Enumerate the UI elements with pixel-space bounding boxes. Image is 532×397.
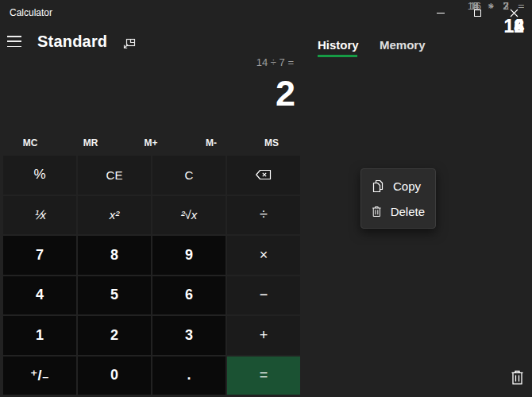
history-expression: 5 + 3 =	[473, 0, 524, 12]
tab-history[interactable]: History	[318, 38, 359, 52]
display-expression: 14 ÷ 7 =	[256, 56, 294, 68]
percent-button[interactable]: %	[3, 156, 76, 195]
copy-icon	[372, 179, 384, 193]
trash-icon	[511, 370, 524, 385]
digit-0-button[interactable]: 0	[78, 357, 151, 395]
digit-3-button[interactable]: 3	[152, 316, 226, 355]
multiply-button[interactable]: ×	[227, 236, 300, 275]
memory-bar: MC MR M+ M- MS	[0, 133, 302, 153]
hamburger-icon	[7, 36, 21, 37]
digit-1-button[interactable]: 1	[3, 316, 76, 355]
minimize-icon	[437, 13, 445, 13]
divide-button[interactable]: ÷	[227, 196, 300, 235]
history-result: 8	[473, 16, 524, 37]
memory-clear-button[interactable]: MC	[0, 133, 60, 153]
memory-add-button[interactable]: M+	[121, 133, 181, 153]
memory-recall-button[interactable]: MR	[60, 133, 121, 153]
digit-6-button[interactable]: 6	[152, 276, 226, 315]
context-menu: Copy Delete	[360, 168, 436, 229]
keep-on-top-button[interactable]	[121, 36, 136, 50]
clear-button[interactable]: C	[152, 156, 226, 195]
reciprocal-button[interactable]: ⅟x	[3, 196, 76, 235]
minimize-button[interactable]	[422, 0, 459, 25]
menu-button[interactable]	[7, 36, 21, 47]
digit-4-button[interactable]: 4	[3, 276, 76, 315]
display-result: 2	[276, 74, 295, 114]
digit-9-button[interactable]: 9	[152, 236, 226, 275]
digit-8-button[interactable]: 8	[78, 236, 151, 275]
digit-7-button[interactable]: 7	[3, 236, 76, 275]
clear-history-button[interactable]	[509, 368, 525, 386]
context-menu-delete[interactable]: Delete	[361, 198, 435, 224]
digit-2-button[interactable]: 2	[78, 316, 151, 355]
backspace-button[interactable]	[227, 156, 300, 195]
equals-button[interactable]: =	[227, 357, 300, 395]
titlebar: Calculator	[0, 0, 532, 25]
delete-icon	[372, 205, 382, 218]
context-menu-copy[interactable]: Copy	[361, 173, 435, 198]
mode-title: Standard	[37, 33, 107, 51]
memory-store-button[interactable]: MS	[241, 133, 302, 153]
active-tab-indicator	[318, 55, 357, 57]
memory-subtract-button[interactable]: M-	[181, 133, 241, 153]
add-button[interactable]: +	[227, 316, 300, 355]
history-item[interactable]: 5 + 3 = 8	[473, 0, 524, 37]
square-button[interactable]: x²	[78, 196, 151, 235]
context-menu-delete-label: Delete	[391, 205, 425, 218]
subtract-button[interactable]: −	[227, 276, 300, 315]
window-title: Calculator	[10, 7, 52, 18]
backspace-icon	[255, 168, 272, 181]
negate-button[interactable]: ⁺/₋	[3, 357, 76, 395]
clear-entry-button[interactable]: CE	[78, 156, 151, 195]
square-root-button[interactable]: ²√x	[152, 196, 226, 235]
keypad: % CE C ⅟x x² ²√x ÷ 7 8 9 × 4 5 6 − 1 2 3…	[3, 156, 300, 395]
keep-on-top-icon	[122, 37, 136, 50]
decimal-button[interactable]: .	[152, 357, 226, 395]
tab-memory[interactable]: Memory	[380, 38, 426, 52]
context-menu-copy-label: Copy	[393, 179, 421, 193]
digit-5-button[interactable]: 5	[78, 276, 151, 315]
